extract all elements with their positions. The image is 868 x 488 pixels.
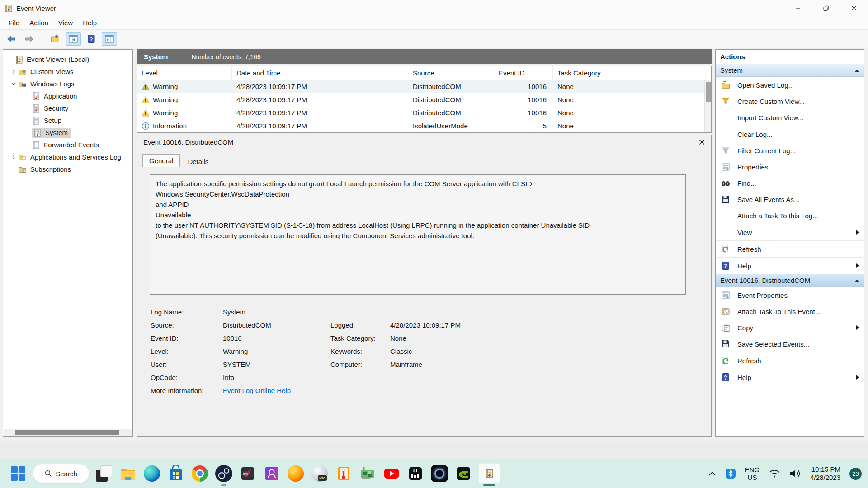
collapse-arrow-icon[interactable]	[854, 69, 859, 72]
bluetooth-icon[interactable]	[725, 468, 736, 479]
toolbar-separator	[42, 33, 42, 44]
tree-horizontal-scrollbar[interactable]	[4, 429, 132, 436]
ring-app-button[interactable]	[430, 465, 448, 483]
core-temp-button[interactable]	[335, 465, 353, 483]
column-level[interactable]: Level	[137, 66, 232, 80]
column-event-id[interactable]: Event ID	[494, 66, 553, 80]
hw-monitor-button[interactable]	[406, 465, 425, 483]
action-view[interactable]: View	[716, 224, 864, 240]
tree-item-forwarded-events[interactable]: Forwarded Events	[3, 139, 132, 151]
steam-button[interactable]	[215, 465, 233, 483]
action-label: Import Custom View...	[737, 114, 803, 122]
column-task-category[interactable]: Task Category	[553, 66, 711, 80]
window-stack-app-button[interactable]	[95, 465, 113, 483]
minimize-button[interactable]	[784, 0, 812, 16]
chrome-button[interactable]	[191, 465, 209, 483]
running-indicator	[221, 484, 226, 486]
show-action-pane-button[interactable]	[102, 32, 117, 46]
tab-general[interactable]: General	[142, 154, 180, 167]
nvidia-button[interactable]	[454, 465, 472, 483]
wifi-icon[interactable]	[769, 469, 780, 478]
field-label: OpCode:	[151, 374, 223, 381]
scrollbar-thumb[interactable]	[706, 82, 711, 102]
tree-item-windows-logs[interactable]: Windows Logs	[3, 78, 132, 90]
scrollbar-thumb[interactable]	[15, 430, 119, 435]
tree-item-security[interactable]: Security	[3, 102, 132, 114]
edge-button[interactable]	[143, 465, 161, 483]
action-create-custom-view[interactable]: Create Custom View...	[716, 93, 864, 109]
table-row[interactable]: Warning 4/28/2023 10:09:17 PM Distribute…	[137, 106, 711, 119]
event-description[interactable]: The application-specific permission sett…	[150, 174, 686, 295]
action-event-properties[interactable]: Event Properties	[716, 287, 864, 303]
actions-section-system[interactable]: System	[716, 64, 864, 77]
action-save-selected-events[interactable]: Save Selected Events...	[716, 336, 864, 352]
search-box[interactable]: Search	[33, 464, 89, 483]
action-copy[interactable]: Copy	[716, 319, 864, 336]
notification-badge[interactable]: 23	[849, 468, 862, 480]
tree-item-label: Windows Logs	[30, 80, 75, 88]
tab-details[interactable]: Details	[181, 156, 215, 167]
firefox-button[interactable]	[287, 465, 305, 483]
table-row[interactable]: Information 4/28/2023 10:09:17 PM Isolat…	[137, 119, 711, 132]
help-button[interactable]: ?	[84, 32, 99, 46]
start-button[interactable]	[9, 465, 27, 483]
profile-app-button[interactable]	[263, 465, 281, 483]
youtube-button[interactable]	[382, 465, 401, 483]
close-button[interactable]	[840, 0, 868, 16]
event-viewer-taskbar-button[interactable]	[478, 463, 500, 484]
tree-item-setup[interactable]: Setup	[3, 114, 132, 127]
action-open-saved-log[interactable]: Open Saved Log...	[716, 77, 864, 93]
tree-item-subscriptions[interactable]: Subscriptions	[3, 163, 132, 175]
action-attach-task-to-event[interactable]: Attach Task To This Event...	[716, 303, 864, 319]
action-clear-log[interactable]: Clear Log...	[716, 126, 864, 142]
show-console-tree-button[interactable]	[66, 32, 81, 46]
table-row[interactable]: Warning 4/28/2023 10:09:17 PM Distribute…	[137, 80, 711, 93]
action-filter-current-log[interactable]: Filter Current Log...	[716, 142, 864, 159]
cpu-z-button[interactable]: CPU	[239, 465, 257, 483]
restore-button[interactable]	[812, 0, 840, 16]
export-log-button[interactable]	[47, 32, 63, 46]
menu-view[interactable]: View	[53, 19, 78, 27]
action-find[interactable]: Find...	[716, 175, 864, 191]
language-indicator[interactable]: ENG US	[745, 466, 760, 481]
menu-file[interactable]: File	[4, 19, 24, 27]
back-button[interactable]	[4, 32, 19, 46]
action-refresh[interactable]: Refresh	[716, 241, 864, 257]
field-label: Log Name:	[151, 308, 223, 316]
file-explorer-button[interactable]	[119, 465, 137, 483]
clock[interactable]: 10:15 PM 4/28/2023	[810, 465, 840, 482]
microsoft-store-button[interactable]	[167, 465, 185, 483]
collapse-arrow-icon[interactable]	[854, 279, 859, 282]
menu-action[interactable]: Action	[24, 19, 53, 27]
action-attach-task-to-log[interactable]: Attach a Task To this Log...	[716, 207, 864, 224]
event-log-online-help-link[interactable]: Event Log Online Help	[223, 387, 330, 394]
show-hidden-icons-chevron[interactable]	[708, 471, 716, 476]
forward-button[interactable]	[22, 32, 37, 46]
chevron-down-icon[interactable]	[9, 82, 19, 86]
column-date-time[interactable]: Date and Time	[232, 66, 408, 80]
column-source[interactable]: Source	[408, 66, 494, 80]
tree-item-root[interactable]: Event Viewer (Local)	[3, 53, 132, 66]
table-row[interactable]: Warning 4/28/2023 10:09:17 PM Distribute…	[137, 93, 711, 106]
google-earth-button[interactable]: Pro	[311, 465, 329, 483]
chevron-right-icon[interactable]	[9, 155, 19, 160]
tree-item-application[interactable]: Application	[3, 90, 132, 102]
action-save-all-events-as[interactable]: Save All Events As...	[716, 191, 864, 207]
action-properties[interactable]: Properties	[716, 159, 864, 175]
menu-bar: File Action View Help	[0, 16, 868, 30]
tree-item-custom-views[interactable]: Custom Views	[3, 66, 132, 78]
event-list-scrollbar[interactable]	[704, 80, 711, 132]
tree-item-system[interactable]: System	[3, 127, 132, 139]
menu-help[interactable]: Help	[78, 19, 102, 27]
preview-close-button[interactable]	[699, 139, 705, 145]
action-import-custom-view[interactable]: Import Custom View...	[716, 109, 864, 126]
action-event-help[interactable]: ? Help	[716, 369, 864, 385]
field-value: System	[223, 308, 330, 316]
tree-item-apps-services-log[interactable]: Applications and Services Log	[3, 151, 132, 163]
volume-icon[interactable]	[789, 469, 801, 478]
actions-section-event[interactable]: Event 10016, DistributedCOM	[716, 274, 864, 287]
action-event-refresh[interactable]: Refresh	[716, 352, 864, 369]
gpu-card-button[interactable]	[359, 465, 377, 483]
action-help[interactable]: ? Help	[716, 258, 864, 274]
chevron-right-icon[interactable]	[9, 70, 19, 74]
